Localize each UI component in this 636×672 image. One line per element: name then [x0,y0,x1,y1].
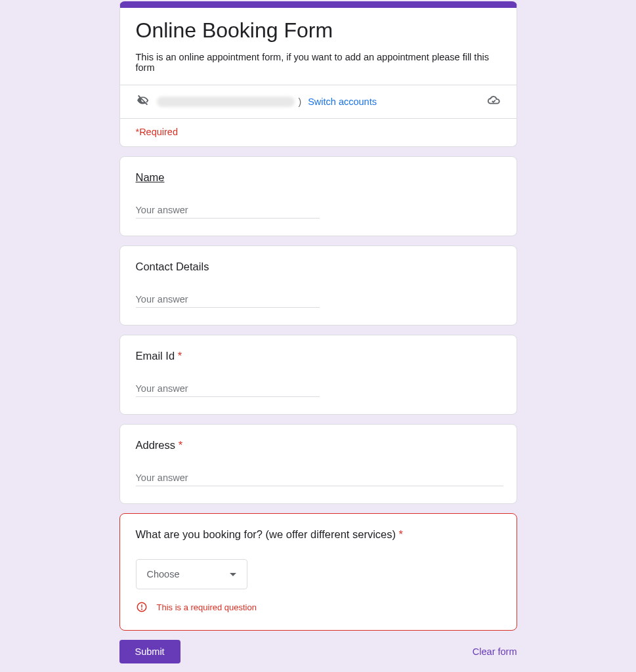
paren: ) [299,96,302,107]
required-indicator: *Required [136,119,501,137]
form-description: This is an online appointment form, if y… [136,52,501,73]
switch-accounts-link[interactable]: Switch accounts [308,96,377,107]
service-dropdown[interactable]: Choose [136,559,247,589]
svg-point-2 [141,609,142,610]
alert-circle-icon [136,601,148,613]
account-row: ) Switch accounts [120,85,517,119]
address-label-text: Address [136,439,176,451]
required-star: * [179,439,182,451]
question-card-name: Name [119,156,517,236]
error-text: This is a required question [157,602,257,612]
question-label-address: Address * [136,439,501,452]
question-label-service: What are you booking for? (we offer diff… [136,528,501,541]
error-message-row: This is a required question [136,601,501,613]
required-star: * [399,528,403,540]
form-header-card: Online Booking Form This is an online ap… [119,1,517,147]
contact-input[interactable] [136,291,320,308]
name-input[interactable] [136,202,320,219]
clear-form-link[interactable]: Clear form [473,646,517,657]
chevron-down-icon [230,573,236,576]
service-label-text: What are you booking for? (we offer diff… [136,528,396,540]
required-star: * [178,350,182,362]
email-input[interactable] [136,381,320,397]
question-label-name: Name [136,171,501,184]
form-footer: Submit Clear form [119,640,517,663]
question-card-address: Address * [119,424,517,504]
dropdown-selected: Choose [147,569,180,579]
question-card-contact: Contact Details [119,245,517,326]
email-label-text: Email Id [136,350,175,362]
submit-button[interactable]: Submit [119,640,180,663]
question-card-service: What are you booking for? (we offer diff… [119,513,517,631]
question-label-email: Email Id * [136,350,501,362]
cloud-saved-icon [486,93,501,110]
form-title: Online Booking Form [136,18,501,43]
question-card-email: Email Id * [119,335,517,415]
account-email-redacted [157,96,295,107]
address-input[interactable] [136,470,503,486]
question-label-contact: Contact Details [136,261,501,273]
eye-off-icon [136,93,150,110]
